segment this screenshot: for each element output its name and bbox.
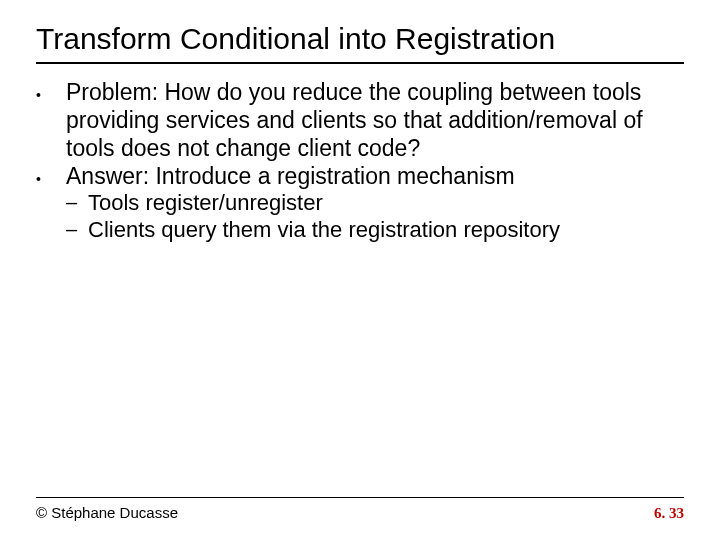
bullet-icon: • — [36, 78, 66, 162]
subbullet-register: – Tools register/unregister — [36, 190, 684, 217]
footer-divider — [36, 497, 684, 498]
bullet-answer: • Answer: Introduce a registration mecha… — [36, 162, 684, 190]
slide-content: • Problem: How do you reduce the couplin… — [36, 78, 684, 244]
footer-row: © Stéphane Ducasse 6. 33 — [36, 504, 684, 522]
bullet-icon: • — [36, 162, 66, 190]
slide-title: Transform Conditional into Registration — [36, 22, 684, 56]
page-number: 6. 33 — [654, 505, 684, 522]
bullet-problem: • Problem: How do you reduce the couplin… — [36, 78, 684, 162]
subbullet-text: Clients query them via the registration … — [88, 217, 684, 244]
dash-icon: – — [66, 217, 88, 244]
subbullet-query: – Clients query them via the registratio… — [36, 217, 684, 244]
title-divider — [36, 62, 684, 64]
bullet-text: Answer: Introduce a registration mechani… — [66, 162, 684, 190]
slide-footer: © Stéphane Ducasse 6. 33 — [36, 497, 684, 522]
footer-author: © Stéphane Ducasse — [36, 504, 178, 521]
slide: Transform Conditional into Registration … — [0, 0, 720, 540]
bullet-text: Problem: How do you reduce the coupling … — [66, 78, 684, 162]
subbullet-text: Tools register/unregister — [88, 190, 684, 217]
dash-icon: – — [66, 190, 88, 217]
